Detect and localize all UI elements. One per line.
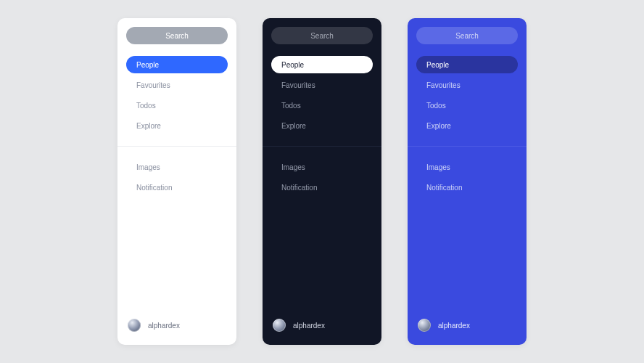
nav-item-favourites[interactable]: Favourites — [271, 76, 373, 94]
nav-item-people[interactable]: People — [126, 56, 228, 73]
nav-item-images[interactable]: Images — [271, 158, 373, 176]
user-name: alphardex — [148, 322, 180, 330]
nav-card-blue: Search People Favourites Todos Explore I… — [408, 18, 527, 345]
search-input[interactable]: Search — [416, 27, 518, 44]
nav-item-explore[interactable]: Explore — [271, 117, 373, 134]
search-input[interactable]: Search — [271, 27, 373, 44]
nav-item-label: People — [426, 61, 449, 69]
nav-section-primary: Search People Favourites Todos Explore — [117, 18, 236, 146]
nav-item-notification[interactable]: Notification — [416, 179, 518, 196]
nav-item-label: Images — [281, 163, 305, 171]
avatar — [418, 319, 431, 332]
nav-item-favourites[interactable]: Favourites — [416, 76, 518, 94]
nav-item-people[interactable]: People — [416, 56, 518, 73]
nav-item-notification[interactable]: Notification — [126, 179, 228, 196]
nav-item-label: Notification — [136, 184, 172, 192]
avatar — [273, 319, 286, 332]
nav-item-label: Images — [426, 163, 450, 171]
search-placeholder: Search — [310, 32, 334, 40]
search-placeholder: Search — [455, 32, 479, 40]
nav-item-label: Todos — [281, 102, 301, 110]
nav-card-dark: Search People Favourites Todos Explore I… — [263, 18, 381, 345]
nav-item-label: Favourites — [426, 81, 461, 89]
nav-item-images[interactable]: Images — [126, 158, 228, 176]
nav-item-label: Explore — [426, 122, 451, 130]
nav-item-todos[interactable]: Todos — [416, 97, 518, 114]
nav-item-todos[interactable]: Todos — [271, 97, 373, 114]
search-input[interactable]: Search — [126, 27, 228, 44]
nav-section-primary: Search People Favourites Todos Explore — [263, 18, 381, 146]
nav-item-label: Favourites — [281, 81, 315, 89]
avatar — [128, 319, 141, 332]
nav-section-primary: Search People Favourites Todos Explore — [408, 18, 527, 146]
nav-item-explore[interactable]: Explore — [126, 117, 228, 134]
nav-item-label: Favourites — [136, 81, 170, 89]
nav-item-label: Notification — [281, 184, 317, 192]
nav-item-label: Todos — [426, 102, 446, 110]
nav-item-images[interactable]: Images — [416, 158, 518, 176]
user-name: alphardex — [438, 322, 470, 330]
nav-item-label: Explore — [136, 122, 161, 130]
nav-section-secondary: Images Notification — [117, 146, 236, 208]
nav-card-light: Search People Favourites Todos Explore I… — [117, 18, 236, 345]
nav-item-label: Notification — [426, 184, 462, 192]
user-footer[interactable]: alphardex — [117, 306, 236, 345]
user-name: alphardex — [293, 322, 325, 330]
nav-item-label: People — [281, 61, 304, 69]
nav-item-notification[interactable]: Notification — [271, 179, 373, 196]
nav-item-favourites[interactable]: Favourites — [126, 76, 228, 94]
nav-item-label: Explore — [281, 122, 306, 130]
nav-item-explore[interactable]: Explore — [416, 117, 518, 134]
user-footer[interactable]: alphardex — [263, 306, 381, 345]
nav-item-label: People — [136, 61, 159, 69]
nav-section-secondary: Images Notification — [408, 146, 527, 208]
user-footer[interactable]: alphardex — [408, 306, 527, 345]
nav-section-secondary: Images Notification — [263, 146, 381, 208]
search-placeholder: Search — [165, 32, 189, 40]
nav-item-people[interactable]: People — [271, 56, 373, 73]
nav-item-todos[interactable]: Todos — [126, 97, 228, 114]
nav-item-label: Todos — [136, 102, 156, 110]
nav-item-label: Images — [136, 163, 160, 171]
